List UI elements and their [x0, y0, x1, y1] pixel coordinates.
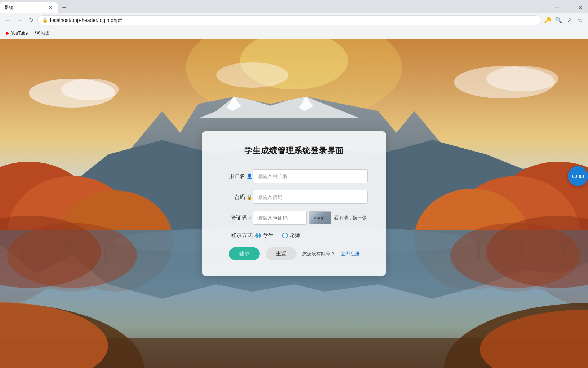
register-prompt: 您还没有账号？: [302, 251, 335, 257]
address-bar[interactable]: 🔒 localhost/php-header/login.php#: [37, 15, 541, 25]
address-bar-row: ← → ↻ 🔒 localhost/php-header/login.php# …: [0, 13, 588, 27]
captcha-label-text: 验证码: [231, 215, 247, 222]
svg-point-37: [486, 66, 558, 91]
password-input[interactable]: [253, 190, 368, 204]
browser-chrome: 系统 × + ─ □ ✕ ← → ↻ 🔒 localhost/php-heade…: [0, 0, 588, 39]
bookmark-maps-label: 地图: [41, 30, 50, 36]
password-label-text: 密码: [234, 194, 245, 201]
bookmark-maps[interactable]: 🗺 地图: [32, 29, 53, 38]
youtube-icon: ▶: [6, 30, 9, 36]
secure-icon: 🔒: [42, 17, 48, 23]
radio-student[interactable]: 学生: [255, 232, 273, 239]
tab-restore-button[interactable]: □: [564, 3, 574, 13]
login-method-row: 登录方式 学生 老师: [220, 232, 368, 239]
svg-point-28: [450, 223, 580, 288]
buttons-row: 登录 重置 您还没有账号？ 立即注册: [220, 247, 368, 260]
radio-teacher[interactable]: 老师: [282, 232, 300, 239]
timer-widget[interactable]: 00:00: [568, 166, 588, 186]
lock-icon: 🔒: [246, 194, 253, 200]
bookmarks-bar: ▶ YouTube 🗺 地图: [0, 27, 588, 39]
search-lens-button[interactable]: 🔍: [553, 15, 564, 25]
svg-point-38: [216, 62, 288, 88]
captcha-text: cwg1: [314, 216, 327, 220]
captcha-row: 验证码 ✓ cwg1 看不清，换一张: [220, 211, 368, 225]
register-link[interactable]: 立即注册: [341, 251, 360, 257]
tab-close-window-button[interactable]: ✕: [575, 3, 585, 13]
user-icon: 👤: [246, 173, 253, 179]
password-row: 密码 🔒: [220, 190, 368, 204]
new-tab-button[interactable]: +: [59, 3, 69, 13]
password-label: 密码 🔒: [220, 194, 253, 201]
radio-student-label: 学生: [263, 232, 273, 239]
share-button[interactable]: ↗: [564, 15, 574, 25]
key-icon-button[interactable]: 🔑: [543, 15, 553, 25]
bookmark-youtube[interactable]: ▶ YouTube: [3, 29, 31, 37]
username-label: 用户名 👤: [220, 173, 253, 180]
username-input[interactable]: [253, 169, 368, 183]
address-bar-actions: 🔑 🔍 ↗ ☆: [543, 15, 585, 25]
login-title: 学生成绩管理系统登录界面: [220, 145, 368, 156]
reset-button[interactable]: 重置: [266, 247, 297, 260]
radio-group: 学生 老师: [255, 232, 300, 239]
captcha-refresh-button[interactable]: 看不清，换一张: [334, 215, 367, 221]
radio-teacher-circle[interactable]: [282, 233, 288, 238]
radio-student-circle[interactable]: [255, 233, 261, 238]
captcha-label: 验证码 ✓: [220, 215, 253, 222]
refresh-button[interactable]: ↻: [26, 15, 36, 25]
address-text: localhost/php-header/login.php#: [50, 17, 122, 23]
maps-icon: 🗺: [35, 30, 40, 36]
captcha-image[interactable]: cwg1: [309, 211, 331, 224]
timer-display: 00:00: [572, 174, 584, 179]
captcha-input[interactable]: [253, 211, 307, 225]
svg-point-26: [7, 223, 137, 288]
tab-minimize-button[interactable]: ─: [552, 3, 562, 13]
tab-bar: 系统 × + ─ □ ✕: [0, 0, 588, 13]
forward-button[interactable]: →: [14, 15, 24, 25]
tab-bar-controls: ─ □ ✕: [552, 3, 588, 13]
tab-title: 系统: [4, 4, 45, 11]
bookmark-button[interactable]: ☆: [575, 15, 585, 25]
username-label-text: 用户名: [229, 173, 245, 180]
login-button[interactable]: 登录: [229, 247, 260, 260]
active-tab[interactable]: 系统 ×: [0, 2, 58, 13]
username-row: 用户名 👤: [220, 169, 368, 183]
login-card: 学生成绩管理系统登录界面 用户名 👤 密码 🔒 验证码 ✓: [202, 131, 386, 276]
tab-close-button[interactable]: ×: [48, 5, 53, 10]
check-icon: ✓: [248, 215, 253, 221]
main-content: 学生成绩管理系统登录界面 用户名 👤 密码 🔒 验证码 ✓: [0, 39, 588, 368]
login-method-label: 登录方式: [220, 232, 253, 239]
radio-teacher-label: 老师: [290, 232, 300, 239]
back-button[interactable]: ←: [3, 15, 13, 25]
bookmark-youtube-label: YouTube: [11, 31, 28, 36]
svg-point-35: [61, 79, 119, 100]
